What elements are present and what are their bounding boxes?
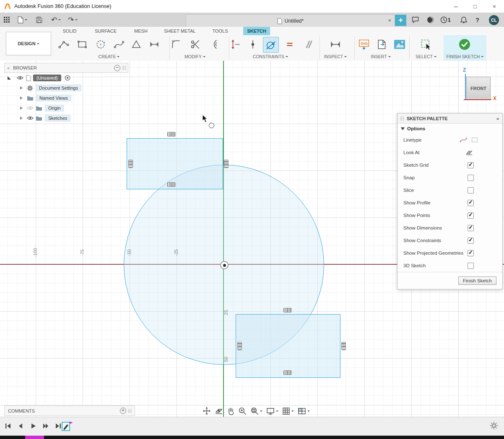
spline-tool-icon[interactable] [112,37,127,52]
zoom-window-icon[interactable] [250,407,262,415]
tree-arrow-icon[interactable] [20,106,24,110]
insert-group-label[interactable]: INSERT [360,54,402,59]
trim-tool-icon[interactable] [188,37,203,52]
constraint-glyph-icon[interactable] [128,160,133,168]
options-section-header[interactable]: Options [397,124,502,134]
pan-hand-icon[interactable] [227,407,234,415]
close-button[interactable]: × [485,0,504,13]
canvas-image-icon[interactable] [392,37,407,52]
skip-to-start-icon[interactable] [4,422,12,430]
comments-grip-icon[interactable] [129,409,131,413]
sketch-dimension-icon[interactable] [228,37,243,52]
select-group-label[interactable]: SELECT [405,54,447,59]
tree-arrow-icon[interactable] [20,96,24,100]
modify-group-label[interactable]: MODIFY [174,54,216,59]
constraint-glyph-icon[interactable] [237,342,242,350]
centerline-icon[interactable] [460,137,467,143]
comments-bubble-icon[interactable] [412,15,419,24]
slot-tool-icon[interactable] [147,37,162,52]
parallel-constraint-icon[interactable] [301,37,316,52]
viewports-icon[interactable] [298,408,310,415]
browser-item-origin[interactable]: Origin [4,103,128,113]
origin-point[interactable] [220,261,229,269]
rectangle-tool-icon[interactable] [75,37,90,52]
show-projected-geometries-checkbox[interactable] [468,250,474,256]
sketch-rectangle-1[interactable] [127,138,223,189]
ribbon-tab-surface[interactable]: SURFACE [92,27,119,35]
ribbon-tab-sketch[interactable]: SKETCH [243,27,270,35]
ribbon-tab-solid[interactable]: SOLID [59,27,81,35]
target-dot-icon[interactable] [65,75,70,81]
select-tool-icon[interactable] [418,37,434,52]
ribbon-tab-tools[interactable]: TOOLS [210,27,230,35]
constraint-glyph-icon[interactable] [283,370,292,375]
ribbon-tab-sheet-metal[interactable]: SHEET METAL [162,27,198,35]
browser-item-label[interactable]: Named Views [36,95,71,101]
coincident-constraint-icon[interactable] [245,37,260,52]
finish-sketch-group-label[interactable]: FINISH SKETCH [443,54,487,59]
file-menu-icon[interactable] [18,15,27,24]
show-profile-checkbox[interactable] [468,200,474,206]
sketch-rectangle-2[interactable] [236,314,340,378]
palette-expand-icon[interactable]: » [496,116,499,121]
browser-item-label[interactable]: Sketches [45,115,70,121]
redo-icon[interactable]: ↷ [68,15,78,24]
insert-svg-icon[interactable]: SVG [356,37,372,52]
visibility-eye-icon[interactable] [27,116,34,120]
browser-item-document-settings[interactable]: Document Settings [4,83,128,93]
look-at-icon[interactable] [465,150,473,155]
constraint-glyph-icon[interactable] [341,342,346,350]
inspect-group-label[interactable]: INSPECT [314,54,356,59]
palette-grip-icon[interactable] [401,116,403,121]
look-at-view-icon[interactable] [215,407,223,415]
show-dimensions-checkbox[interactable] [468,225,474,231]
browser-item-label[interactable]: Document Settings [36,85,81,91]
comments-bar[interactable]: COMMENTS + [4,405,135,416]
constraint-glyph-icon[interactable] [283,308,292,312]
finish-sketch-button[interactable]: Finish Sketch [458,276,496,285]
job-status-icon[interactable] [427,15,434,24]
equal-constraint-icon[interactable] [282,37,297,52]
minimize-button[interactable]: ─ [446,0,465,13]
finish-sketch-icon[interactable] [457,37,472,52]
zoom-icon[interactable] [238,407,247,415]
step-forward-icon[interactable] [42,422,49,430]
constraint-glyph-icon[interactable] [167,132,176,137]
tangent-constraint-icon[interactable] [263,37,279,53]
measure-tool-icon[interactable] [328,37,343,52]
sketch-palette-header[interactable]: SKETCH PALETTE » [397,114,502,124]
polygon-tool-icon[interactable] [129,37,144,52]
visibility-eye-off-icon[interactable] [27,106,34,110]
design-workspace-selector[interactable]: DESIGN [6,32,51,55]
display-settings-icon[interactable] [266,407,278,415]
circle-tool-icon[interactable] [93,37,108,52]
browser-root-row[interactable]: (Unsaved) [4,73,128,83]
browser-header[interactable]: « BROWSER − [4,63,128,73]
browser-minus-icon[interactable]: − [114,65,120,71]
timeline-sketch-feature[interactable] [61,420,74,432]
viewcube-front-face[interactable]: FRONT [466,77,491,100]
browser-collapse-icon[interactable]: « [7,65,10,70]
new-tab-button[interactable]: + [395,15,406,26]
tab-close-icon[interactable]: × [388,17,391,23]
show-points-checkbox[interactable] [468,212,474,219]
constraints-group-label[interactable]: CONSTRAINTS [245,54,296,59]
undo-icon[interactable]: ↶ [51,15,61,24]
offset-tool-icon[interactable] [207,37,222,52]
step-back-icon[interactable] [17,422,24,430]
help-icon[interactable]: ? [475,15,479,24]
constraint-glyph-icon[interactable] [167,182,176,187]
browser-root-label[interactable]: (Unsaved) [33,75,61,81]
bell-icon[interactable] [460,15,467,24]
app-grid-icon[interactable] [3,15,10,24]
3d-sketch-checkbox[interactable] [468,263,474,269]
save-icon[interactable] [36,15,42,24]
slice-checkbox[interactable] [468,187,474,194]
visibility-eye-icon[interactable] [17,76,23,80]
sketch-grid-checkbox[interactable] [468,162,474,168]
taskbar-active-app-marker[interactable] [25,436,44,439]
browser-grip-icon[interactable] [123,66,125,70]
constraint-glyph-icon[interactable] [224,160,229,168]
browser-item-named-views[interactable]: Named Views [4,93,128,103]
notifications-clock-icon[interactable] [440,15,447,24]
